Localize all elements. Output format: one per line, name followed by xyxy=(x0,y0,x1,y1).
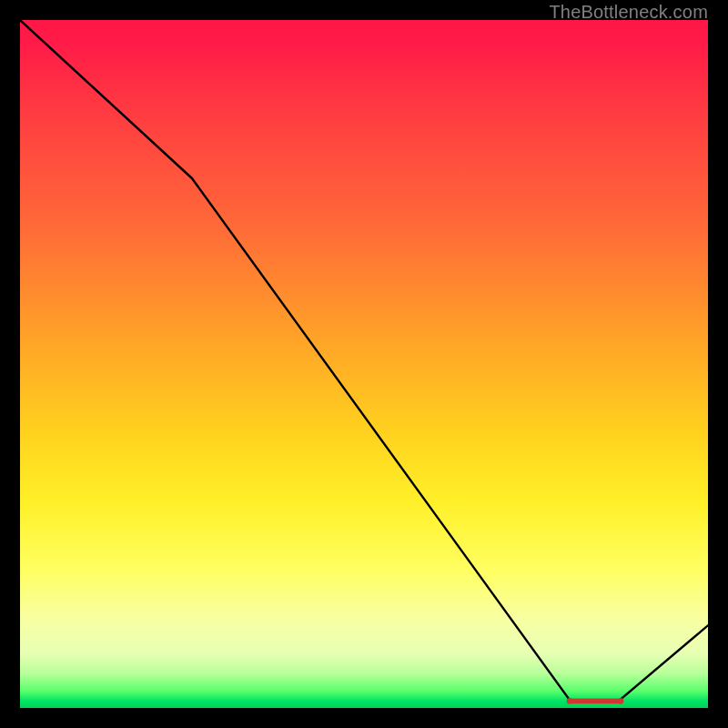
marker-cluster xyxy=(567,698,624,704)
chart-canvas: TheBottleneck.com xyxy=(0,0,728,728)
plot-area xyxy=(20,20,708,708)
svg-point-2 xyxy=(618,698,624,704)
svg-point-0 xyxy=(567,698,573,704)
svg-rect-1 xyxy=(571,699,619,704)
line-chart-svg xyxy=(20,20,708,708)
curve-path xyxy=(20,20,708,701)
